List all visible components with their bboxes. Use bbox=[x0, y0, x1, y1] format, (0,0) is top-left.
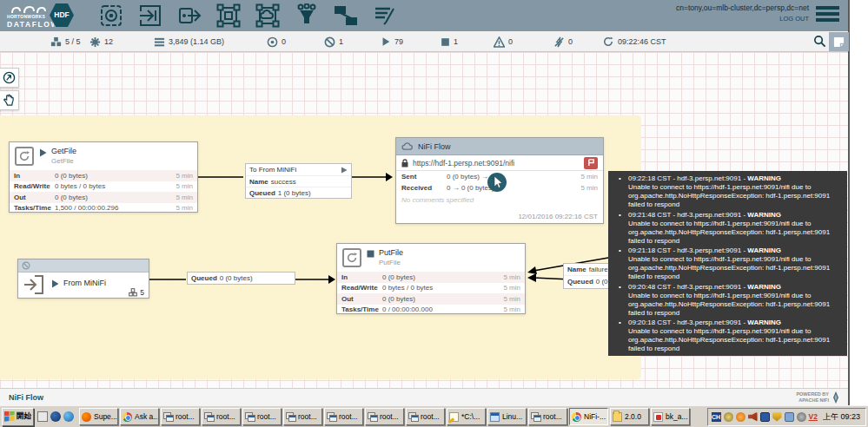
stat-value: 0 bytes / 0 bytes bbox=[382, 284, 503, 292]
threads-count: 12 bbox=[104, 37, 113, 46]
connection-label-success[interactable]: To From MiNiFi Namesuccess Queued1 (0 by… bbox=[245, 163, 352, 199]
queued-icon bbox=[154, 36, 165, 48]
label-icon[interactable] bbox=[372, 3, 398, 29]
system-tray: CH V2 上午 09:23 bbox=[707, 408, 866, 426]
node-count: 5 bbox=[129, 288, 144, 297]
shield-icon[interactable] bbox=[772, 412, 782, 422]
connection-title: To From MiNiFi bbox=[249, 166, 296, 174]
processor-type: PutFile bbox=[379, 259, 403, 266]
ie-icon[interactable] bbox=[63, 411, 74, 422]
v2-badge[interactable]: V2 bbox=[809, 412, 818, 421]
stat-label: Read/Write bbox=[14, 182, 55, 190]
stat-period: 5 min bbox=[580, 173, 598, 181]
queued-label: Queued bbox=[191, 274, 217, 282]
taskbar-button[interactable]: root... bbox=[528, 408, 567, 425]
stat-value: 0 bytes / 0 bytes bbox=[55, 182, 176, 190]
taskbar-button[interactable]: bk_a... bbox=[651, 408, 690, 425]
processor-type-icon bbox=[342, 248, 361, 267]
taskbar-button[interactable]: root... bbox=[242, 408, 282, 425]
connection-label-queued[interactable]: Queued0 (0 bytes) bbox=[187, 272, 295, 285]
stopped-state-icon bbox=[367, 250, 374, 259]
input-port-icon[interactable] bbox=[137, 3, 163, 29]
taskbar-button-active[interactable]: NiFi-... bbox=[569, 408, 608, 425]
processor-name: PutFile bbox=[379, 248, 403, 257]
taskbar-button[interactable]: root... bbox=[324, 408, 363, 425]
cluster-status: 5 / 5 bbox=[50, 31, 81, 52]
stopped-icon bbox=[441, 37, 450, 47]
running-state-icon bbox=[51, 279, 59, 290]
invalid-status: 0 bbox=[494, 31, 513, 52]
transmitting-count: 0 bbox=[282, 37, 286, 46]
search-icon[interactable] bbox=[813, 35, 826, 49]
hdf-badge-label: HDF bbox=[49, 10, 75, 19]
settings-icon[interactable] bbox=[797, 412, 806, 422]
firefox-icon[interactable] bbox=[50, 411, 61, 422]
cluster-count: 5 / 5 bbox=[65, 37, 81, 46]
running-count: 79 bbox=[394, 37, 403, 46]
stat-value: 0 (0 bytes) bbox=[55, 172, 176, 180]
transmission-stopped-icon[interactable] bbox=[584, 157, 598, 169]
taskbar-button[interactable]: Linu... bbox=[487, 408, 527, 425]
putty-icon bbox=[163, 412, 173, 422]
processor-icon[interactable] bbox=[98, 3, 124, 29]
taskbar-button[interactable]: root... bbox=[161, 408, 200, 425]
processor-putfile[interactable]: PutFile PutFile In0 (0 bytes)5 min Read/… bbox=[336, 243, 526, 314]
taskbar-button[interactable]: root... bbox=[202, 408, 241, 425]
taskbar-button[interactable]: Supe... bbox=[79, 408, 118, 425]
bulletin-entry: 09:21:48 CST - hdf-3.persp.net:9091 - WA… bbox=[617, 211, 842, 246]
funnel-icon[interactable] bbox=[294, 3, 320, 29]
output-port-icon[interactable] bbox=[176, 3, 202, 29]
stat-value: 0 → 0 (0 bytes) bbox=[447, 184, 580, 192]
last-refresh-time: 09:22:46 CST bbox=[618, 37, 666, 46]
processor-type: GetFile bbox=[51, 157, 76, 165]
running-icon bbox=[381, 36, 391, 47]
processor-getfile[interactable]: GetFile GetFile In0 (0 bytes)5 min Read/… bbox=[9, 141, 198, 213]
transmitting-icon bbox=[267, 36, 278, 48]
volume-icon[interactable] bbox=[748, 412, 758, 422]
putty-icon bbox=[204, 412, 214, 422]
stat-label: Sent bbox=[401, 173, 447, 181]
taskbar-button[interactable]: 2.0.0 bbox=[610, 408, 649, 425]
not-transmitting-status: 1 bbox=[324, 31, 343, 52]
taskbar-button[interactable]: Ask a... bbox=[120, 408, 159, 425]
status-bar: 5 / 5 12 3,849 (1.14 GB) 0 1 79 1 0 bbox=[0, 31, 848, 52]
ime-icon[interactable] bbox=[724, 412, 733, 422]
windows-logo-icon bbox=[4, 411, 15, 422]
stat-label: Tasks/Time bbox=[341, 305, 382, 313]
expand-arrow-icon[interactable] bbox=[341, 167, 348, 174]
current-user: cn=tony,ou=mlb-cluster,dc=persp,dc=net bbox=[676, 3, 809, 12]
logout-link[interactable]: LOG OUT bbox=[676, 15, 809, 23]
taskbar-button[interactable]: root... bbox=[406, 408, 445, 425]
taskbar-button[interactable]: root... bbox=[365, 408, 404, 425]
stat-period: 5 min bbox=[176, 204, 193, 212]
refresh-icon[interactable] bbox=[603, 36, 613, 47]
name-label: Name bbox=[567, 266, 586, 273]
elephants-icon bbox=[10, 3, 49, 14]
hand-drag-button[interactable] bbox=[0, 90, 19, 110]
template-icon[interactable] bbox=[333, 3, 359, 29]
breadcrumb[interactable]: NiFi Flow bbox=[9, 393, 43, 402]
navigate-palette-button[interactable] bbox=[0, 68, 19, 88]
processor-type-icon bbox=[15, 147, 34, 166]
taskbar-button[interactable]: root... bbox=[283, 408, 322, 425]
display-icon[interactable] bbox=[760, 412, 770, 422]
bulletin-panel-button[interactable] bbox=[829, 32, 849, 51]
document-icon[interactable] bbox=[37, 411, 48, 422]
last-refreshed-timestamp: 12/01/2016 09:22:16 CST bbox=[396, 207, 603, 220]
language-ch-badge[interactable]: CH bbox=[712, 412, 721, 422]
folder-icon bbox=[613, 412, 622, 422]
remote-process-group-icon[interactable] bbox=[255, 3, 281, 29]
process-group-icon[interactable] bbox=[215, 3, 242, 29]
start-button[interactable]: 開始 bbox=[2, 408, 34, 426]
flow-canvas[interactable]: GetFile GetFile In0 (0 bytes)5 min Read/… bbox=[0, 52, 848, 388]
name-label: Name bbox=[249, 178, 268, 186]
stat-period: 5 min bbox=[176, 172, 193, 180]
input-port-from-minifi[interactable]: From MiNiFi 5 bbox=[17, 259, 149, 299]
bulletin-entry: 09:21:18 CST - hdf-3.persp.net:9091 - WA… bbox=[617, 246, 842, 281]
refresh-status[interactable]: 09:22:46 CST bbox=[603, 31, 666, 52]
hamburger-menu-icon[interactable] bbox=[816, 6, 839, 24]
network-icon[interactable] bbox=[785, 412, 794, 422]
queued-value: 1 (0 bytes) bbox=[278, 189, 311, 197]
update-icon[interactable] bbox=[736, 412, 745, 422]
taskbar-button[interactable]: *C:\... bbox=[447, 408, 486, 425]
